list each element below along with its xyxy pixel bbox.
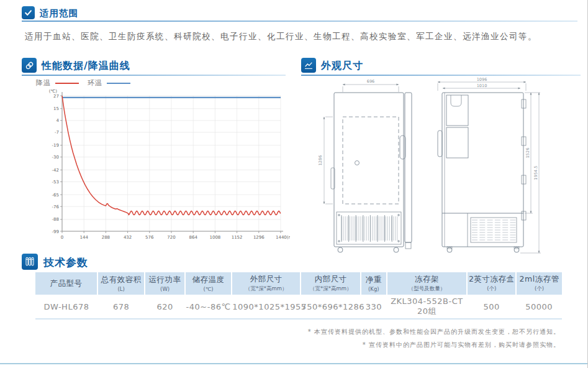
table-header-cell: 运行功率(W) (145, 272, 184, 295)
table-cell: DW-HL678 (35, 295, 97, 319)
x-tick-label: 864 (189, 235, 198, 240)
legend-label-cooling: 降温 (36, 78, 51, 88)
x-tick-label: 1008 (209, 235, 220, 240)
x-tick-label: 576 (145, 235, 154, 240)
check-icon (22, 6, 35, 19)
performance-section-title: 性能数据/降温曲线 (42, 60, 130, 73)
y-tick-label: -19 (52, 143, 59, 148)
dim-front-inner-height: 1526 (525, 148, 530, 159)
y-tick-label: -65 (52, 193, 59, 198)
appearance-section-title: 外观尺寸 (321, 60, 363, 73)
table-header-cell: 内部尺寸（宽*深*高mm） (301, 272, 361, 295)
table-header-cell: 2ml冻存管(个) (516, 272, 562, 295)
y-tick-label: -53 (52, 180, 59, 185)
cooling-curve-chart: 27154-7-19-30-42-53-65-76-88-99014428843… (32, 87, 290, 245)
dim-front-outer-height: 1954.5 (533, 166, 538, 180)
x-tick-label: 1152 (232, 235, 243, 240)
table-cell: 678 (97, 295, 145, 319)
y-tick-label: -7 (55, 130, 59, 135)
table-header-cell: 2英寸冻存盒(个) (467, 272, 516, 295)
table-cell: 500 (467, 295, 516, 319)
table-header-cell: 产品型号 (35, 272, 97, 295)
disclaimer-note-1: * 本宣传资料提供的机型、参数和性能会因产品的升级而发生变更，恕不另行通知。 (308, 328, 560, 336)
x-tick-label: 1440(min) (276, 235, 290, 240)
scope-section-title: 适用范围 (40, 7, 78, 19)
table-row: DW-HL678678620-40~-86℃1090*1025*1955750*… (35, 295, 562, 319)
freezer-side-view (331, 93, 412, 252)
y-tick-label: -42 (52, 168, 59, 173)
table-cell: 1090*1025*1955 (232, 295, 301, 319)
table-cell: ZKL304-552B-CT 20组 (387, 295, 468, 319)
x-tick-label: 288 (102, 235, 110, 240)
table-cell: 330 (361, 295, 387, 319)
product-spec-page: 适用范围 适用于血站、医院、卫生防疫系统、科研院校、电子行业、化工行业、生物工程… (0, 0, 588, 368)
dim-side-width: 696 (367, 79, 374, 84)
y-tick-label: -99 (52, 229, 59, 234)
table-cell: 50000 (516, 295, 562, 319)
y-tick-label: 4 (57, 118, 60, 123)
table-cell: 620 (145, 295, 184, 319)
side-view-dimensions (324, 85, 399, 204)
table-header-cell: 外部尺寸（宽*深*高mm） (232, 272, 301, 295)
chart-legend: 降温 环温 (36, 78, 139, 88)
dim-front-inner-width: 1010 (477, 83, 487, 88)
table-cell: -40~-86℃ (185, 295, 232, 319)
y-tick-label: -76 (52, 205, 60, 209)
link-icon (22, 58, 37, 73)
freezer-front-view (438, 93, 526, 252)
table-header-cell: 净重(Kg) (361, 272, 387, 295)
scope-body-text: 适用于血站、医院、卫生防疫系统、科研院校、电子行业、化工行业、生物工程、高校实验… (25, 30, 571, 44)
x-tick-label: 0 (61, 235, 63, 240)
y-axis-unit: (℃) (49, 89, 58, 94)
legend-line-ambient (107, 83, 130, 84)
x-tick-label: 432 (124, 235, 132, 240)
table-header-cell: 总有效容积(L) (97, 272, 145, 295)
legend-label-ambient: 环温 (88, 78, 102, 88)
x-tick-label: 144 (80, 235, 89, 240)
bottom-divider (0, 363, 588, 364)
legend-line-cooling (55, 83, 79, 84)
dim-side-height: 1286 (318, 155, 323, 166)
y-tick-label: 27 (53, 94, 59, 99)
table-cell: 750*696*1286 (301, 295, 361, 319)
dimension-drawings: 696 1286 (310, 76, 584, 259)
performance-underline (22, 75, 286, 76)
x-tick-label: 1296 (253, 235, 265, 240)
x-tick-label: 720 (167, 235, 175, 240)
table-header-cell: 冻存架（型号及数量） (387, 272, 468, 295)
scope-underline (22, 21, 577, 22)
test-tubes-icon (22, 254, 38, 270)
disclaimer-note-2: * 宣传资料中的产品图片可能与实物有差别，购买时请参照实物。 (363, 341, 560, 349)
specs-table: 产品型号总有效容积(L)运行功率(W)储存温度(℃)外部尺寸（宽*深*高mm）内… (35, 272, 562, 320)
dim-front-outer-width: 1096 (477, 77, 487, 82)
chart-icon (301, 58, 316, 73)
specs-section-title: 技术参数 (43, 255, 88, 270)
y-tick-label: 15 (53, 106, 59, 111)
y-tick-label: -30 (52, 155, 59, 160)
y-tick-label: -88 (52, 217, 59, 222)
table-header-cell: 储存温度(℃) (185, 272, 232, 295)
